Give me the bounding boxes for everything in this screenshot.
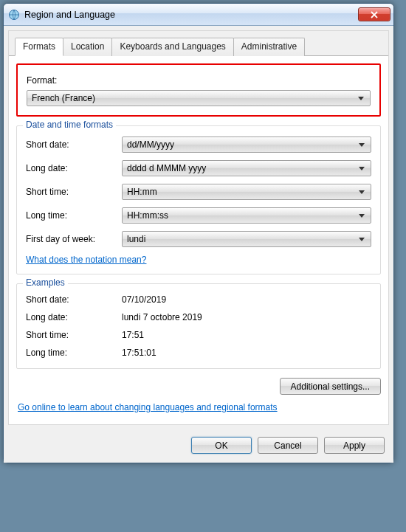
date-time-formats-group: Date and time formats Short date: dd/MM/… <box>16 125 381 274</box>
format-group: Format: French (France) <box>16 63 381 117</box>
example-long-date: Long date: lundi 7 octobre 2019 <box>26 312 371 322</box>
long-time-row: Long time: HH:mm:ss <box>26 207 371 224</box>
window-title: Region and Language <box>24 10 358 20</box>
date-time-legend: Date and time formats <box>23 120 116 130</box>
short-date-dropdown[interactable]: dd/MM/yyyy <box>122 137 371 153</box>
titlebar[interactable]: Region and Language <box>4 4 393 26</box>
short-time-label: Short time: <box>26 187 122 197</box>
long-date-row: Long date: dddd d MMMM yyyy <box>26 160 371 176</box>
apply-button[interactable]: Apply <box>324 437 385 454</box>
long-date-dropdown[interactable]: dddd d MMMM yyyy <box>122 160 371 176</box>
format-dropdown[interactable]: French (France) <box>27 90 371 106</box>
short-date-row: Short date: dd/MM/yyyy <box>26 137 371 153</box>
client-area: Formats Location Keyboards and Languages… <box>8 30 389 425</box>
cancel-button[interactable]: Cancel <box>258 437 318 454</box>
first-day-dropdown[interactable]: lundi <box>122 231 371 247</box>
tab-administrative[interactable]: Administrative <box>233 38 305 56</box>
example-long-time: Long time: 17:51:01 <box>26 348 371 358</box>
long-time-dropdown[interactable]: HH:mm:ss <box>122 207 371 224</box>
example-short-time: Short time: 17:51 <box>26 330 371 340</box>
tab-location[interactable]: Location <box>63 38 112 56</box>
tab-formats[interactable]: Formats <box>15 38 63 56</box>
notation-link[interactable]: What does the notation mean? <box>26 255 371 265</box>
tab-strip: Formats Location Keyboards and Languages… <box>9 31 388 56</box>
examples-legend: Examples <box>23 277 68 288</box>
short-time-row: Short time: HH:mm <box>26 184 371 200</box>
examples-group: Examples Short date: 07/10/2019 Long dat… <box>16 283 381 369</box>
tab-keyboards[interactable]: Keyboards and Languages <box>111 38 233 56</box>
dialog-buttons: OK Cancel Apply <box>4 429 393 463</box>
close-button[interactable] <box>358 7 390 21</box>
additional-settings-button[interactable]: Additional settings... <box>280 378 381 395</box>
short-time-dropdown[interactable]: HH:mm <box>122 184 371 200</box>
first-day-label: First day of week: <box>26 234 122 244</box>
close-icon <box>370 11 379 18</box>
region-language-dialog: Region and Language Formats Location Key… <box>3 3 394 463</box>
format-value: French (France) <box>32 93 95 103</box>
ok-button[interactable]: OK <box>191 437 252 454</box>
globe-icon <box>8 9 20 21</box>
example-short-date: Short date: 07/10/2019 <box>26 294 371 305</box>
format-label: Format: <box>27 75 371 86</box>
online-help-link[interactable]: Go online to learn about changing langua… <box>18 402 381 412</box>
short-date-label: Short date: <box>26 139 122 150</box>
long-date-label: Long date: <box>26 163 122 173</box>
first-day-row: First day of week: lundi <box>26 231 371 247</box>
long-time-label: Long time: <box>26 210 122 221</box>
